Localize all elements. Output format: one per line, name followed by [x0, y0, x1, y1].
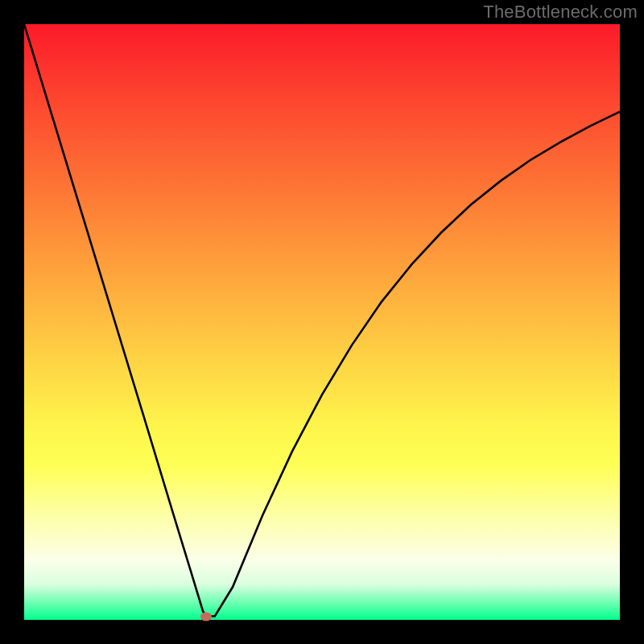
- curve-path: [24, 24, 620, 617]
- plot-area: [24, 24, 620, 620]
- curve-svg: [24, 24, 620, 620]
- chart-container: TheBottleneck.com: [0, 0, 644, 644]
- watermark-text: TheBottleneck.com: [483, 2, 638, 23]
- marker-dot: [200, 612, 212, 621]
